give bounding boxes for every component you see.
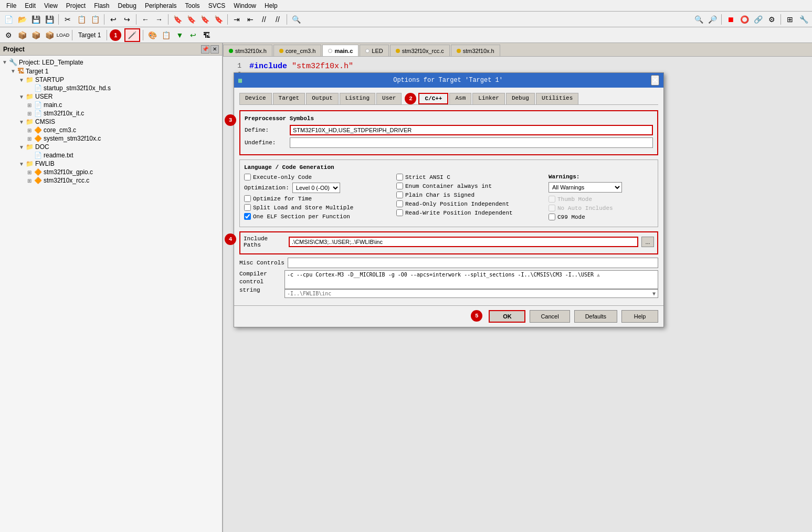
undo-btn[interactable]: ↩ <box>107 13 120 26</box>
search2-btn[interactable]: 🔍 <box>692 13 705 26</box>
execute-only-label[interactable]: Execute-only Code <box>244 174 312 180</box>
dialog-tab-target[interactable]: Target <box>273 93 305 104</box>
t2-load-btn[interactable]: LOAD <box>57 29 69 41</box>
tree-user[interactable]: ▼ 📁 USER <box>2 92 220 101</box>
tree-fwlib[interactable]: ▼ 📁 FWLIB <box>2 159 220 168</box>
tree-startup[interactable]: ▼ 📁 STARTUP <box>2 76 220 84</box>
tree-gpio[interactable]: ⊞ 🔶 stm32f10x_gpio.c <box>2 168 220 176</box>
link-btn[interactable]: 🔗 <box>752 13 764 26</box>
menu-file[interactable]: File <box>2 1 20 10</box>
cut-btn[interactable]: ✂ <box>61 13 74 26</box>
copy-btn[interactable]: 📋 <box>75 13 88 26</box>
bookmark4-btn[interactable]: 🔖 <box>212 13 225 26</box>
dialog-tab-output[interactable]: Output <box>306 93 339 104</box>
t2-btn2[interactable]: 📦 <box>16 29 28 41</box>
unindent-btn[interactable]: ⇤ <box>244 13 257 26</box>
thumb-mode-label[interactable]: Thumb Mode <box>549 196 592 203</box>
tree-root[interactable]: ▼ 🔧 Project: LED_Template <box>2 58 220 67</box>
optimization-select[interactable]: Level 0 (-O0) Level 1 (-O1) Level 2 (-O2… <box>292 183 340 193</box>
tab-core-cm3h[interactable]: core_cm3.h <box>273 45 321 56</box>
read-write-check[interactable] <box>396 209 403 216</box>
dialog-close-btn[interactable]: ✕ <box>651 75 659 86</box>
layout-btn[interactable]: ⊞ <box>784 13 796 26</box>
dialog-tab-cpp[interactable]: C/C++ <box>418 93 448 104</box>
options-target-btn[interactable] <box>124 28 140 42</box>
dialog-tab-asm[interactable]: Asm <box>449 93 471 104</box>
dialog-tab-user[interactable]: User <box>376 93 402 104</box>
t2-arrow-btn[interactable]: ↩ <box>187 29 199 41</box>
tree-startup-file[interactable]: 📄 startup_stm32f10x_hd.s <box>2 84 220 92</box>
no-auto-label[interactable]: No Auto Includes <box>549 205 613 211</box>
include-paths-browse-btn[interactable]: ... <box>641 237 654 247</box>
optimize-time-check[interactable] <box>244 195 251 202</box>
bookmark3-btn[interactable]: 🔖 <box>198 13 211 26</box>
menu-flash[interactable]: Flash <box>90 1 113 10</box>
no-auto-check[interactable] <box>549 205 555 211</box>
thumb-mode-check[interactable] <box>549 196 555 203</box>
tree-doc[interactable]: ▼ 📁 DOC <box>2 143 220 151</box>
plain-char-check[interactable] <box>396 191 403 198</box>
split-load-label[interactable]: Split Load and Store Multiple <box>244 204 353 211</box>
optimize-time-label[interactable]: Optimize for Time <box>244 195 312 202</box>
project-pin-btn[interactable]: 📌 <box>201 45 209 54</box>
bookmark2-btn[interactable]: 🔖 <box>185 13 197 26</box>
tab-rcc-c[interactable]: stm32f10x_rcc.c <box>390 45 450 56</box>
tab-led[interactable]: LED <box>360 45 388 56</box>
read-write-label[interactable]: Read-Write Position Independent <box>396 209 513 216</box>
read-only-check[interactable] <box>396 200 403 207</box>
menu-tools[interactable]: Tools <box>181 1 204 10</box>
t2-color-btn[interactable]: 🎨 <box>146 29 159 41</box>
project-close-btn[interactable]: ✕ <box>210 45 219 54</box>
help-btn[interactable]: Help <box>621 310 658 323</box>
new-file-btn[interactable]: 📄 <box>2 13 15 26</box>
warnings-select[interactable]: All Warnings No Warnings <box>549 182 622 193</box>
paste-btn[interactable]: 📋 <box>89 13 101 26</box>
dialog-tab-linker[interactable]: Linker <box>472 93 505 104</box>
nav-fwd-btn[interactable]: → <box>153 13 165 26</box>
menu-project[interactable]: Project <box>62 1 90 10</box>
menu-svcs[interactable]: SVCS <box>204 1 230 10</box>
bookmark-btn[interactable]: 🔖 <box>171 13 184 26</box>
enum-label[interactable]: Enum Container always int <box>396 183 492 189</box>
tree-core-cm3[interactable]: ⊞ 🔶 core_cm3.c <box>2 126 220 134</box>
t2-btn1[interactable]: ⚙ <box>2 29 15 41</box>
indent-btn[interactable]: ⇥ <box>230 13 243 26</box>
c99-check[interactable] <box>549 214 555 220</box>
tree-system-stm32[interactable]: ⊞ 🔶 system_stm32f10x.c <box>2 134 220 143</box>
split-load-check[interactable] <box>244 204 251 211</box>
plain-char-label[interactable]: Plain Char is Signed <box>396 191 474 198</box>
code-editor[interactable]: 1 #include "stm32f10x.h" 2 3 void delay(… <box>223 57 812 532</box>
menu-debug[interactable]: Debug <box>114 1 141 10</box>
tree-rcc[interactable]: ⊞ 🔶 stm32f10x_rcc.c <box>2 176 220 185</box>
menu-window[interactable]: Window <box>229 1 260 10</box>
cancel-btn[interactable]: Cancel <box>530 310 570 323</box>
t2-copy2-btn[interactable]: 📋 <box>160 29 172 41</box>
menu-help[interactable]: Help <box>260 1 282 10</box>
circle-btn[interactable]: ⭕ <box>738 13 751 26</box>
tree-readme[interactable]: 📄 readme.txt <box>2 151 220 159</box>
execute-only-check[interactable] <box>244 174 251 180</box>
misc-input[interactable] <box>288 258 658 268</box>
define-input[interactable] <box>290 125 653 135</box>
t2-build-btn[interactable]: 🏗 <box>201 29 213 41</box>
t2-btn4[interactable]: 📦 <box>43 29 56 41</box>
strict-ansi-check[interactable] <box>396 174 403 180</box>
tree-main-c[interactable]: ⊞ 📄 main.c <box>2 101 220 109</box>
search3-btn[interactable]: 🔎 <box>706 13 719 26</box>
tree-stm32-it[interactable]: ⊞ 📄 stm32f10x_it.c <box>2 109 220 118</box>
dialog-tab-debug[interactable]: Debug <box>506 93 535 104</box>
tab-stm32h2[interactable]: stm32f10x.h <box>451 45 500 56</box>
dialog-tab-device[interactable]: Device <box>239 93 272 104</box>
c99-label[interactable]: C99 Mode <box>549 214 585 220</box>
stop-btn[interactable]: ⏹ <box>724 13 737 26</box>
tree-cmsis[interactable]: ▼ 📁 CMSIS <box>2 118 220 126</box>
ok-btn[interactable]: OK <box>489 310 525 323</box>
include-paths-input[interactable] <box>289 237 638 247</box>
tab-stm32h[interactable]: stm32f10x.h <box>223 45 272 56</box>
dialog-tab-utilities[interactable]: Utilities <box>536 93 578 104</box>
comment-btn[interactable]: // <box>258 13 270 26</box>
nav-back-btn[interactable]: ← <box>139 13 152 26</box>
wrench-btn[interactable]: 🔧 <box>797 13 810 26</box>
save-all-btn[interactable]: 💾 <box>43 13 56 26</box>
tab-main-c[interactable]: main.c <box>322 45 358 56</box>
